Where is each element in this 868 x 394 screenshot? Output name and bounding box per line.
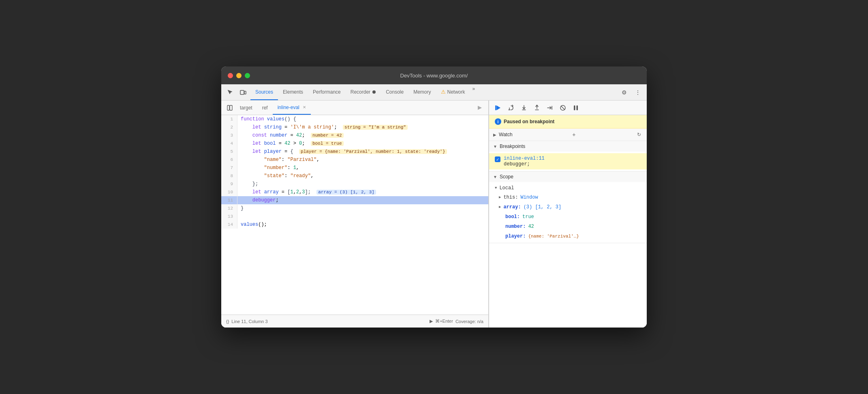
watch-add-icon[interactable]: + — [570, 131, 577, 138]
step-into-button[interactable] — [518, 102, 530, 113]
tab-console[interactable]: Console — [381, 84, 408, 100]
code-line-12: 12 } — [221, 204, 488, 212]
settings-icon[interactable]: ⚙ — [618, 87, 630, 98]
line-number-3: 3 — [221, 131, 237, 139]
code-line-8: 8 "state": "ready", — [221, 172, 488, 180]
line-content-5: let player = { player = {name: 'Parzival… — [237, 148, 488, 156]
sources-panel: target ref inline-eval ✕ — [221, 101, 489, 328]
close-button[interactable] — [228, 73, 233, 78]
code-line-11: 11 debugger; — [221, 196, 488, 204]
line-content-7: "number": 1, — [237, 164, 488, 172]
code-line-9: 9 }; — [221, 180, 488, 188]
format-icon[interactable]: {} — [226, 319, 229, 324]
tab-memory[interactable]: Memory — [408, 84, 436, 100]
scope-content: ▼ Local ▶ this: Window ▶ array: (3) [1, … — [489, 182, 647, 243]
pause-exceptions-button[interactable] — [570, 102, 582, 113]
line-number-6: 6 — [221, 156, 237, 164]
scope-value-player: {name: 'Parzival'…} — [528, 233, 579, 240]
line-number-8: 8 — [221, 172, 237, 180]
minimize-button[interactable] — [236, 73, 242, 78]
line-content-9: }; — [237, 180, 488, 188]
line-content-10: let array = [1,2,3]; array = (3) [1, 2, … — [237, 188, 488, 196]
file-tab-ref[interactable]: ref — [257, 101, 273, 115]
scope-expand-this-icon: ▶ — [499, 194, 501, 201]
scope-expand-array-icon: ▶ — [499, 203, 501, 211]
main-content: target ref inline-eval ✕ — [221, 101, 647, 328]
code-line-7: 7 "number": 1, — [221, 164, 488, 172]
maximize-button[interactable] — [245, 73, 250, 78]
step-out-button[interactable] — [531, 102, 543, 113]
close-tab-icon[interactable]: ✕ — [303, 105, 306, 109]
breakpoints-section: ▼ Breakpoints ✓ inline-eval:11 debugger; — [489, 141, 647, 171]
code-line-5: 5 let player = { player = {name: 'Parziv… — [221, 148, 488, 156]
position-text: Line 11, Column 3 — [231, 319, 267, 324]
breakpoint-location-1: inline-eval:11 — [504, 156, 545, 161]
scope-key-this: this: — [503, 194, 518, 201]
step-button[interactable] — [544, 102, 556, 113]
more-options-icon[interactable]: ⋮ — [632, 87, 644, 98]
debugger-toolbar — [489, 101, 647, 115]
file-tab-inline-eval[interactable]: inline-eval ✕ — [273, 101, 311, 115]
line-content-3: const number = 42; number = 42 — [237, 131, 488, 139]
scope-item-this[interactable]: ▶ this: Window — [489, 193, 647, 202]
line-number-14: 14 — [221, 221, 237, 229]
svg-rect-4 — [230, 105, 232, 110]
scope-value-this: Window — [520, 194, 538, 201]
scope-section: ▼ Scope ▼ Local ▶ this: Window — [489, 171, 647, 243]
more-tabs-button[interactable]: » — [470, 84, 478, 100]
run-icon[interactable]: ▶ — [430, 319, 433, 324]
traffic-lights — [228, 73, 250, 78]
tab-elements[interactable]: Elements — [278, 84, 308, 100]
watch-section: ▶ Watch + ↻ — [489, 128, 647, 141]
svg-rect-3 — [227, 105, 229, 110]
scope-accordion-header[interactable]: ▼ Scope — [489, 171, 647, 182]
tab-performance[interactable]: Performance — [308, 84, 346, 100]
scope-item-number: number: 42 — [489, 222, 647, 231]
scope-local-label: Local — [499, 185, 514, 191]
tab-network[interactable]: ⚠ Network — [436, 84, 470, 100]
step-over-button[interactable] — [505, 102, 517, 113]
line-content-14: values(); — [237, 221, 488, 229]
scope-key-array: array: — [503, 203, 521, 211]
navigator-toggle-icon[interactable] — [224, 103, 235, 113]
watch-accordion-header[interactable]: ▶ Watch + ↻ — [489, 128, 647, 141]
inspect-icon[interactable] — [224, 87, 236, 98]
breakpoint-notice: i Paused on breakpoint — [489, 115, 647, 128]
svg-rect-0 — [240, 90, 244, 94]
info-icon: i — [495, 118, 501, 125]
file-tab-target[interactable]: target — [235, 101, 257, 115]
svg-rect-16 — [574, 105, 575, 110]
breakpoint-code-1: debugger; — [504, 161, 545, 167]
device-toggle-icon[interactable] — [237, 87, 249, 98]
scope-local-header[interactable]: ▼ Local — [489, 184, 647, 193]
watch-refresh-icon[interactable]: ↻ — [635, 131, 643, 138]
line-content-13 — [237, 212, 488, 221]
breakpoints-accordion-header[interactable]: ▼ Breakpoints — [489, 141, 647, 152]
debugger-panel: i Paused on breakpoint ▶ Watch + ↻ ▼ Bre… — [489, 101, 647, 328]
deactivate-breakpoints-button[interactable] — [557, 102, 569, 113]
line-number-10: 10 — [221, 188, 237, 196]
titlebar: DevTools - www.google.com/ — [221, 66, 647, 84]
status-bar-right: ▶ ⌘+Enter Coverage: n/a — [430, 319, 483, 324]
scope-key-bool: bool: — [499, 213, 520, 221]
code-line-4: 4 let bool = 42 > 0; bool = true — [221, 139, 488, 148]
sources-tab-right-icon[interactable] — [475, 103, 485, 113]
tab-recorder[interactable]: Recorder — [346, 84, 381, 100]
scope-value-array: (3) [1, 2, 3] — [524, 203, 562, 211]
breakpoints-arrow-icon: ▼ — [493, 144, 497, 149]
svg-line-15 — [561, 106, 565, 110]
tabbar-actions: ⚙ ⋮ — [618, 84, 644, 100]
code-editor[interactable]: 1 function values() { 2 let string = 'I\… — [221, 115, 488, 315]
breakpoint-checkbox-1[interactable]: ✓ — [495, 156, 500, 162]
line-content-8: "state": "ready", — [237, 172, 488, 180]
scope-item-array[interactable]: ▶ array: (3) [1, 2, 3] — [489, 202, 647, 212]
status-bar: {} Line 11, Column 3 ▶ ⌘+Enter Coverage:… — [221, 315, 488, 328]
breakpoint-info-1: inline-eval:11 debugger; — [504, 156, 545, 167]
resume-button[interactable] — [492, 102, 504, 113]
scope-key-player: player: — [499, 233, 526, 240]
tab-sources[interactable]: Sources — [250, 84, 278, 100]
breakpoints-content: ✓ inline-eval:11 debugger; — [489, 152, 647, 171]
line-content-11: debugger; — [237, 196, 488, 204]
svg-rect-1 — [244, 91, 246, 94]
coverage-text: Coverage: n/a — [455, 319, 483, 324]
